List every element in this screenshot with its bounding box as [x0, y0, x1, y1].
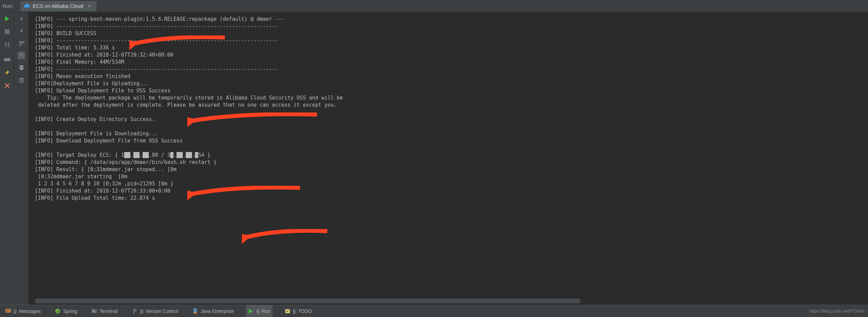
svg-point-19 — [133, 309, 134, 310]
messages-label: 0: Messages — [14, 308, 41, 314]
tool-todo[interactable]: 6: TODO — [283, 305, 314, 317]
spring-label: Spring — [63, 308, 77, 314]
run-action-gutter — [0, 12, 14, 305]
svg-rect-18 — [91, 309, 97, 313]
terminal-label: Terminal — [100, 308, 118, 314]
run-tab-bar: Run: ECS on Alibaba Cloud × — [0, 0, 868, 12]
console-tool-gutter — [14, 12, 29, 305]
svg-rect-12 — [20, 68, 23, 70]
console-text: [INFO] --- spring-boot-maven-plugin:1.5.… — [35, 16, 863, 202]
svg-point-21 — [135, 309, 136, 310]
javaee-label: Java Enterprise — [201, 308, 234, 314]
todo-label: 6: TODO — [293, 308, 312, 314]
todo-icon — [285, 308, 290, 314]
run-config-tab[interactable]: ECS on Alibaba Cloud × — [20, 1, 97, 11]
tool-run[interactable]: 4: Run — [246, 305, 272, 317]
scroll-to-end-button[interactable] — [18, 52, 25, 59]
watermark-url: https://blog.csdn.net/YClimb — [809, 308, 865, 314]
svg-point-20 — [133, 312, 134, 313]
svg-point-17 — [55, 309, 60, 314]
vcs-icon — [132, 308, 138, 314]
svg-marker-0 — [5, 16, 9, 21]
close-panel-button[interactable] — [3, 82, 11, 89]
svg-rect-10 — [20, 65, 23, 67]
svg-rect-14 — [5, 309, 11, 313]
svg-point-23 — [193, 312, 197, 314]
clear-all-button[interactable] — [18, 76, 25, 84]
svg-rect-4 — [4, 58, 10, 59]
run-icon — [248, 308, 254, 314]
svg-marker-24 — [249, 309, 253, 314]
soft-wrap-button[interactable] — [18, 40, 25, 47]
spring-icon — [55, 308, 60, 314]
scrollbar-thumb[interactable] — [35, 299, 581, 303]
svg-rect-6 — [4, 60, 10, 61]
scroll-down-icon[interactable] — [18, 27, 25, 35]
svg-rect-15 — [6, 310, 10, 310]
console-output[interactable]: [INFO] --- spring-boot-maven-plugin:1.5.… — [29, 12, 868, 305]
horizontal-scrollbar[interactable] — [35, 299, 868, 303]
svg-rect-13 — [20, 79, 23, 82]
run-config-title: ECS on Alibaba Cloud — [33, 3, 83, 9]
main-area: [INFO] --- spring-boot-maven-plugin:1.5.… — [0, 12, 868, 305]
pause-button[interactable] — [3, 41, 11, 48]
run-label: Run: — [3, 3, 14, 9]
pin-tab-button[interactable] — [3, 69, 11, 76]
svg-rect-1 — [5, 29, 10, 34]
tool-spring[interactable]: Spring — [53, 305, 79, 317]
svg-rect-5 — [4, 59, 10, 60]
tool-javaee[interactable]: Java Enterprise — [190, 305, 236, 317]
svg-rect-3 — [8, 42, 9, 47]
rerun-button[interactable] — [3, 15, 11, 22]
vcs-label: 9: Version Control — [140, 308, 178, 314]
javaee-icon — [192, 308, 198, 314]
close-icon[interactable]: × — [88, 3, 91, 9]
svg-rect-16 — [6, 311, 9, 311]
svg-rect-22 — [193, 308, 197, 313]
terminal-icon — [91, 308, 97, 314]
print-button[interactable] — [18, 64, 25, 72]
tool-messages[interactable]: 0: Messages — [3, 305, 43, 317]
cloud-icon — [24, 3, 30, 9]
scroll-up-icon[interactable] — [18, 15, 25, 22]
messages-icon — [5, 308, 11, 314]
tool-window-bar: 0: Messages Spring Terminal 9: Version C… — [0, 305, 868, 317]
dump-threads-button[interactable] — [3, 56, 11, 63]
svg-rect-7 — [21, 19, 22, 20]
run-label-bottom: 4: Run — [256, 308, 270, 314]
tool-terminal[interactable]: Terminal — [89, 305, 120, 317]
stop-button[interactable] — [3, 28, 11, 35]
svg-rect-2 — [5, 42, 6, 47]
tool-vcs[interactable]: 9: Version Control — [130, 305, 180, 317]
